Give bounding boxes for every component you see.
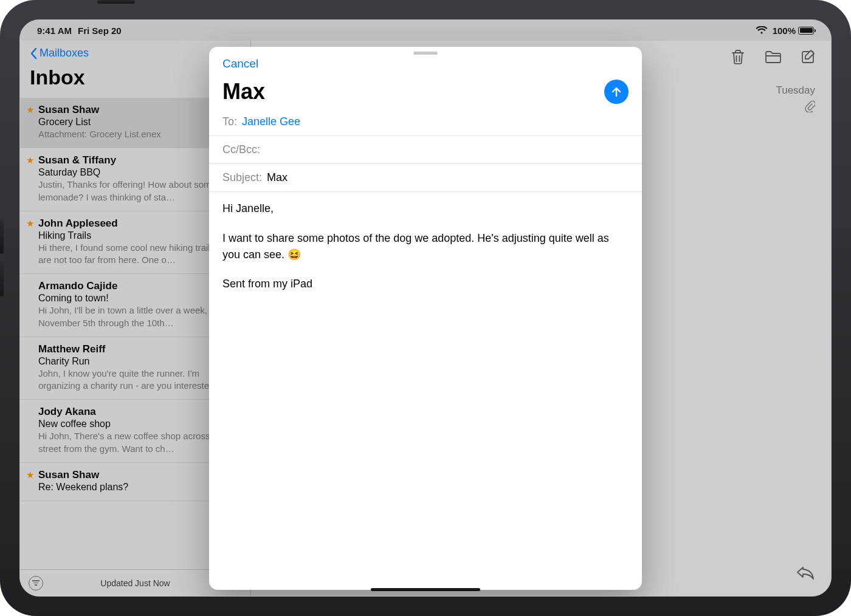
to-label: To: (222, 115, 237, 128)
body-greeting: Hi Janelle, (222, 200, 629, 217)
updated-label: Updated Just Now (100, 578, 170, 588)
to-value[interactable]: Janelle Gee (242, 115, 300, 128)
body-signature: Sent from my iPad (222, 276, 629, 292)
subject-label: Subject: (222, 171, 262, 184)
battery-indicator: 100% (773, 26, 814, 36)
arrow-up-icon (610, 86, 622, 98)
body-main: I want to share some photos of the dog w… (222, 230, 629, 263)
subject-value: Max (267, 171, 288, 184)
compose-title: Max (222, 79, 265, 104)
attachment-icon (804, 100, 815, 115)
wifi-icon (756, 26, 768, 35)
message-date: Tuesday (776, 84, 815, 97)
filter-icon[interactable] (29, 576, 43, 590)
star-icon: ★ (26, 156, 34, 165)
trash-icon[interactable] (729, 48, 747, 66)
home-indicator[interactable] (371, 588, 480, 591)
status-bar: 9:41 AM Fri Sep 20 100% (20, 20, 831, 41)
ccbcc-label: Cc/Bcc: (222, 143, 260, 156)
back-label: Mailboxes (40, 47, 89, 60)
ccbcc-field[interactable]: Cc/Bcc: (209, 136, 642, 164)
send-button[interactable] (604, 80, 629, 104)
compose-icon[interactable] (799, 48, 818, 66)
cancel-button[interactable]: Cancel (222, 57, 258, 70)
to-field[interactable]: To: Janelle Gee (209, 108, 642, 136)
folder-icon[interactable] (764, 48, 782, 66)
reply-icon[interactable] (796, 564, 815, 583)
compose-sheet: Cancel Max To: Janelle Gee Cc/Bcc: Subje… (209, 47, 642, 590)
star-icon: ★ (26, 219, 34, 228)
subject-field[interactable]: Subject: Max (209, 164, 642, 192)
battery-percent: 100% (773, 26, 796, 36)
compose-body[interactable]: Hi Janelle, I want to share some photos … (209, 192, 642, 314)
status-time: 9:41 AM (37, 26, 72, 36)
chevron-left-icon (30, 47, 37, 60)
star-icon: ★ (26, 105, 34, 114)
status-date: Fri Sep 20 (78, 26, 122, 36)
star-icon: ★ (26, 470, 34, 479)
